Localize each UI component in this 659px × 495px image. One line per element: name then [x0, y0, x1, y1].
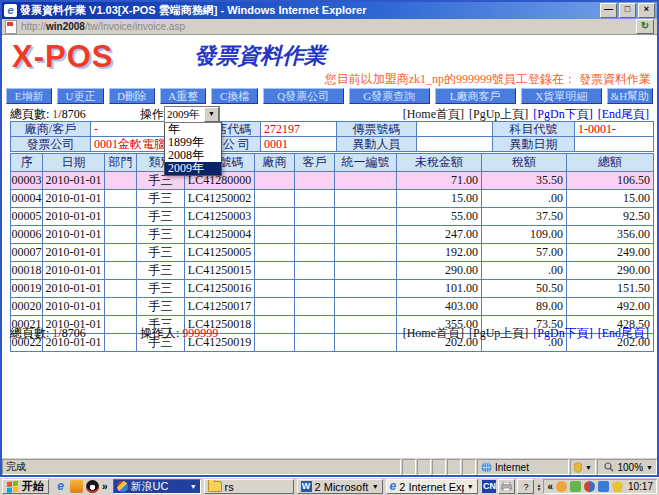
- table-row[interactable]: 000052010-01-01手三LC4125000355.0037.5092.…: [11, 208, 654, 226]
- cell-2-8: 55.00: [397, 208, 482, 226]
- cell-6-6: [295, 280, 335, 298]
- status-segment-5: [462, 459, 476, 475]
- task-dropdown-icon: ▼: [467, 483, 474, 490]
- tray-icon-5[interactable]: [612, 481, 623, 492]
- address-bar: http://win2008/tw/Invoice/invoice.asp ↻: [2, 19, 657, 35]
- updown-arrows-icon[interactable]: ▲▼: [536, 483, 541, 491]
- menu-button-8[interactable]: L廠商客戶: [435, 88, 516, 104]
- table-row[interactable]: 000032010-01-01手三LC4128000071.0035.50106…: [11, 172, 654, 190]
- form-value-0-3[interactable]: 1-0001-: [575, 122, 654, 137]
- form-value-1-2[interactable]: [417, 137, 493, 152]
- form-value-0-1[interactable]: 272197: [261, 122, 337, 137]
- tray-icon-4[interactable]: [598, 481, 609, 492]
- pagination-link-3[interactable]: [PgDn下頁]: [533, 107, 592, 121]
- form-grid: 廠商/客戶-加盟店代碼272197傳票號碼科目代號1-0001-發票公司0001…: [10, 121, 654, 152]
- restore-button[interactable]: □: [619, 3, 636, 18]
- pagination-link-1[interactable]: [Home首頁]: [403, 326, 464, 340]
- form-value-0-2[interactable]: [417, 122, 493, 137]
- footer-total-pages: 總頁數: 1/8706: [10, 325, 86, 342]
- menu-button-3[interactable]: D刪除: [109, 88, 155, 104]
- zoom-dropdown-icon: ▼: [646, 464, 653, 471]
- cell-1-7: [335, 190, 397, 208]
- table-row[interactable]: 000042010-01-01手三LC4125000215.00.0015.00: [11, 190, 654, 208]
- pagination-link-2[interactable]: [PgUp上頁]: [469, 326, 528, 340]
- table-row[interactable]: 000182010-01-01手三LC41250015290.00.00290.…: [11, 262, 654, 280]
- start-button[interactable]: 开始: [2, 479, 49, 494]
- form-value-1-3[interactable]: [575, 137, 654, 152]
- dropdown-arrow-icon[interactable]: ▼: [204, 107, 219, 122]
- ie-quicklaunch-icon[interactable]: e: [54, 480, 67, 493]
- menu-button-6[interactable]: Q發票公司: [263, 88, 344, 104]
- menu-button-1[interactable]: E增新: [6, 88, 52, 104]
- tray-collapse-icon[interactable]: «: [547, 481, 553, 492]
- pagination-link-4[interactable]: [End尾頁]: [598, 107, 649, 121]
- year-select[interactable]: 2009年 ▼: [164, 106, 220, 123]
- cell-7-8: 403.00: [397, 298, 482, 316]
- printer-icon[interactable]: [498, 479, 515, 494]
- pagination-link-2[interactable]: [PgUp上頁]: [469, 107, 528, 121]
- menu-button-4[interactable]: A重整: [160, 88, 206, 104]
- task-button-sina-uc[interactable]: 新浪UC ▼: [113, 479, 201, 494]
- cell-6-10: 151.50: [567, 280, 654, 298]
- menu-button-5[interactable]: C換檔: [211, 88, 257, 104]
- quicklaunch-overflow-icon[interactable]: »: [102, 481, 108, 492]
- table-row[interactable]: 000202010-01-01手三LC41250017403.0089.0049…: [11, 298, 654, 316]
- cell-3-6: [295, 226, 335, 244]
- year-option-1[interactable]: 年: [165, 123, 221, 136]
- menu-button-2[interactable]: U更正: [57, 88, 103, 104]
- year-option-4[interactable]: 2009年: [165, 162, 221, 175]
- footer-operator: 操作人: 999999: [140, 325, 218, 342]
- cell-2-2: [105, 208, 137, 226]
- cell-2-7: [335, 208, 397, 226]
- menu-button-9[interactable]: X貨單明細: [521, 88, 602, 104]
- tray-icon-2[interactable]: [570, 481, 581, 492]
- page-content: X-POS 發票資料作業 您目前以加盟商zk1_np的999999號員工登錄在：…: [2, 35, 657, 458]
- task-button-rs-folder[interactable]: rs: [204, 479, 294, 494]
- address-url[interactable]: http://win2008/tw/Invoice/invoice.asp: [21, 21, 632, 32]
- ie-task-icon: e: [390, 480, 397, 493]
- tray-icon-1[interactable]: [556, 481, 567, 492]
- cell-7-10: 492.00: [567, 298, 654, 316]
- window-title: 發票資料作業 V1.03[X-POS 雲端商務網] - Windows Inte…: [20, 3, 597, 18]
- table-row[interactable]: 000062010-01-01手三LC41250004247.00109.003…: [11, 226, 654, 244]
- cell-5-9: .00: [482, 262, 567, 280]
- close-button[interactable]: ×: [638, 3, 655, 18]
- language-indicator[interactable]: CN: [482, 480, 496, 493]
- cell-5-1: 2010-01-01: [43, 262, 105, 280]
- login-module-link[interactable]: 發票資料作業: [579, 72, 651, 86]
- help-icon[interactable]: ?: [517, 479, 534, 494]
- cell-7-9: 89.00: [482, 298, 567, 316]
- table-row[interactable]: 000072010-01-01手三LC41250005192.0057.0024…: [11, 244, 654, 262]
- cell-1-4: LC41250002: [185, 190, 255, 208]
- tray-icon-3[interactable]: [584, 481, 595, 492]
- cell-0-7: [335, 172, 397, 190]
- year-option-2[interactable]: 1899年: [165, 136, 221, 149]
- year-option-3[interactable]: 2008年: [165, 149, 221, 162]
- cell-7-6: [295, 298, 335, 316]
- cell-4-6: [295, 244, 335, 262]
- task-dropdown-icon: ▼: [190, 483, 197, 490]
- minimize-button[interactable]: —: [600, 3, 617, 18]
- protected-mode-control[interactable]: ▼: [570, 459, 596, 475]
- column-header-3: 部門: [105, 154, 137, 172]
- pagination-link-4[interactable]: [End尾頁]: [598, 326, 649, 340]
- status-segment-1: [402, 459, 416, 475]
- cell-5-3: 手三: [137, 262, 185, 280]
- window-controls: — □ ×: [600, 3, 655, 18]
- cell-4-10: 249.00: [567, 244, 654, 262]
- cell-2-6: [295, 208, 335, 226]
- pagination-link-3[interactable]: [PgDn下頁]: [533, 326, 592, 340]
- form-value-1-1[interactable]: 0001: [261, 137, 337, 152]
- pagination-link-1[interactable]: [Home首頁]: [403, 107, 464, 121]
- table-row[interactable]: 000192010-01-01手三LC41250016101.0050.5015…: [11, 280, 654, 298]
- mail-quicklaunch-icon[interactable]: [70, 480, 83, 493]
- cell-6-9: 50.50: [482, 280, 567, 298]
- task-button-ie-group[interactable]: e 2 Internet Expl... ▼: [386, 479, 478, 494]
- zoom-control[interactable]: 100% ▼: [597, 459, 657, 475]
- task-button-office-group[interactable]: W 2 Microsoft Off... ▼: [297, 479, 383, 494]
- menu-button-7[interactable]: G發票查詢: [349, 88, 430, 104]
- cell-7-3: 手三: [137, 298, 185, 316]
- go-button[interactable]: ↻: [636, 19, 654, 34]
- qq-quicklaunch-icon[interactable]: [86, 480, 99, 493]
- menu-button-10[interactable]: &H幫助: [607, 88, 653, 104]
